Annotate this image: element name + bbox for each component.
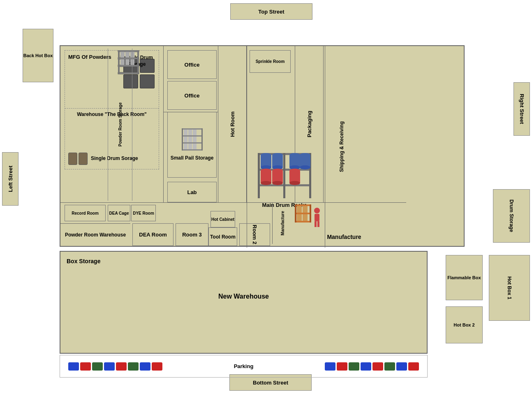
tool-room-label: Tool Room (210, 234, 236, 240)
dye-room-label: DYE Room (133, 211, 154, 216)
right-street-label: Right Street (513, 82, 530, 136)
svg-rect-13 (182, 135, 203, 137)
car-blue-r2 (361, 362, 371, 371)
drum-rack-visual (258, 153, 311, 200)
svg-point-53 (289, 181, 300, 185)
office1-room: Office (167, 50, 217, 79)
hot-cabinet-label: Hot Cabinet (211, 217, 234, 222)
manufacture-main-area: Manufacture (295, 227, 393, 246)
lower-building: Box Storage New Warehouse (60, 251, 428, 354)
office2-room: Office (167, 81, 217, 110)
car-red-1 (80, 362, 91, 371)
manufacture-label: Manufacture (327, 234, 361, 240)
svg-rect-21 (184, 137, 187, 142)
office1-label: Office (185, 62, 200, 68)
hot-box-1-label: Hot Box 1 (507, 276, 512, 299)
flammable-box-label: Flammable Box (447, 275, 481, 280)
car-red-r1 (337, 362, 347, 371)
tool-room: Tool Room (208, 227, 237, 246)
hot-box-1: Hot Box 1 (489, 255, 530, 321)
back-hot-box: Back Hot Box (23, 29, 53, 82)
dea-cage-label: DEA Cage (109, 211, 129, 216)
car-green-2 (128, 362, 139, 371)
powder-room-warehouse: Powder Room Warehouse (60, 223, 130, 246)
car-red-3 (152, 362, 162, 371)
car-blue-1 (68, 362, 79, 371)
svg-rect-23 (193, 137, 197, 142)
powder-room-storage-label: Powder Room Storage (118, 102, 123, 146)
hot-cabinet-room: Hot Cabinet (210, 211, 235, 227)
packaging-label: Packaging (306, 111, 312, 137)
small-pail-storage-room: Small Pail Storage (167, 112, 217, 178)
shelf-visual (181, 128, 204, 153)
svg-rect-30 (258, 153, 260, 198)
left-street-label: Left Street (2, 152, 19, 206)
mfg-powders-label: MFG Of Powders (68, 54, 111, 60)
room3-label: Room 3 (182, 232, 202, 238)
svg-rect-12 (182, 128, 203, 130)
parking-label: Parking (234, 363, 254, 369)
powder-room-warehouse-label: Powder Room Warehouse (65, 232, 126, 238)
car-red-r3 (408, 362, 419, 371)
svg-rect-16 (182, 128, 183, 151)
car-blue-r3 (396, 362, 407, 371)
manufacture-vertical-label: Manufacture (280, 211, 285, 235)
car-red-r2 (372, 362, 383, 371)
svg-point-44 (300, 165, 310, 169)
room2: Room 2 (239, 223, 270, 246)
svg-rect-24 (184, 144, 187, 149)
car-blue-3 (140, 362, 150, 371)
record-room: Record Room (65, 205, 106, 221)
sprinkle-room: Sprinkle Room (250, 50, 291, 73)
parking-area: Parking (60, 355, 428, 378)
svg-rect-19 (188, 130, 192, 135)
lab-label: Lab (187, 189, 197, 195)
hot-room: Hot Room (218, 46, 247, 202)
shipping-receiving-label: Shipping & Receiving (339, 121, 345, 172)
car-blue-2 (104, 362, 115, 371)
room2-label: Room 2 (252, 225, 258, 245)
dea-room-main: DEA Room (132, 223, 173, 246)
car-green-r2 (384, 362, 395, 371)
single-drum-icons (68, 153, 88, 165)
hot-room-label: Hot Room (229, 111, 236, 137)
dea-cage-room: DEA Cage (108, 205, 130, 221)
small-pail-storage-label: Small Pail Storage (171, 155, 214, 162)
svg-rect-17 (201, 128, 203, 151)
svg-rect-18 (184, 130, 187, 135)
manufacture-vertical-area: Manufacture (272, 203, 293, 244)
lab-room: Lab (167, 182, 217, 202)
main-upper-building: MFG Of Powders Multiple Drum Storage War… (60, 45, 465, 247)
svg-rect-5 (137, 50, 139, 74)
room3: Room 3 (176, 223, 208, 246)
flammable-box: Flammable Box (446, 255, 483, 300)
car-red-2 (116, 362, 127, 371)
sprinkle-room-label: Sprinkle Room (256, 59, 285, 64)
hot-box-2: Hot Box 2 (446, 306, 483, 343)
drum-icon (140, 74, 155, 88)
drum-icon (68, 153, 77, 165)
drum-storage-label: Drum Storage (509, 199, 514, 232)
divider-h-office (163, 112, 218, 112)
drum-icon (79, 153, 88, 165)
svg-rect-26 (193, 144, 197, 149)
parking-cars-right (325, 362, 419, 371)
car-blue-r1 (325, 362, 335, 371)
svg-point-50 (272, 181, 283, 185)
new-warehouse-label: New Warehouse (218, 293, 269, 300)
car-green-r1 (349, 362, 359, 371)
svg-rect-22 (188, 137, 192, 142)
svg-point-47 (261, 181, 271, 185)
svg-rect-14 (182, 142, 203, 144)
svg-rect-20 (193, 130, 197, 135)
car-green-1 (92, 362, 103, 371)
office2-label: Office (185, 93, 200, 99)
svg-rect-15 (182, 149, 203, 151)
dea-room-main-label: DEA Room (139, 232, 167, 238)
hot-box-2-label: Hot Box 2 (453, 322, 474, 327)
box-storage-label: Box Storage (67, 258, 100, 264)
divider-v1 (163, 46, 164, 202)
drum-storage-box: Drum Storage (493, 189, 530, 243)
parking-cars-left (68, 362, 162, 371)
svg-rect-25 (188, 144, 192, 149)
